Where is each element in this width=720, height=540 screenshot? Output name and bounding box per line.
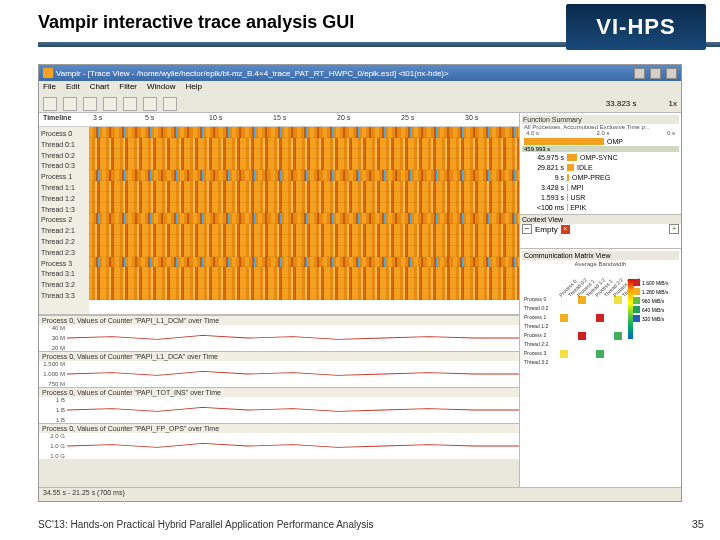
slide-page-number: 35 (692, 518, 704, 530)
matrix-cell[interactable] (596, 350, 604, 358)
tool-tree-icon[interactable] (123, 97, 137, 111)
row-label: Process 1 (39, 172, 89, 183)
timeline-track[interactable] (89, 149, 519, 160)
menu-edit[interactable]: Edit (66, 82, 80, 94)
minimize-button[interactable] (634, 68, 645, 79)
counter-plot[interactable] (67, 397, 519, 423)
row-label: Process 0 (39, 129, 89, 140)
comm-matrix-title: Communication Matrix View (522, 251, 679, 260)
matrix-ylabel: Process 2 (524, 332, 546, 338)
tool-counter-icon[interactable] (143, 97, 157, 111)
fs-name: OMP-SYNC (580, 154, 618, 161)
master-timeline[interactable]: Process 0 Thread 0:1 Thread 0:2 Thread 0… (39, 127, 519, 315)
row-label: Thread 2:1 (39, 226, 89, 237)
counter-title: Process 0, Values of Counter "PAPI_L1_DC… (39, 352, 519, 361)
timeline-track[interactable] (89, 235, 519, 246)
timeline-track[interactable] (89, 170, 519, 181)
fs-row[interactable]: 45.975 sOMP-SYNC (522, 152, 679, 162)
timeline-track[interactable] (89, 246, 519, 257)
tick: 3 s (93, 114, 102, 121)
fs-value: 1.593 s (524, 194, 564, 201)
fs-row[interactable]: 9 sOMP-PREG (522, 172, 679, 182)
fs-row[interactable]: 1.593 sUSR (522, 192, 679, 202)
tool-timeline-icon[interactable] (63, 97, 77, 111)
counter-title: Process 0, Values of Counter "PAPI_L1_DC… (39, 316, 519, 325)
timeline-track[interactable] (89, 138, 519, 149)
menu-bar: File Edit Chart Filter Window Help (39, 81, 681, 95)
maximize-button[interactable] (650, 68, 661, 79)
menu-help[interactable]: Help (185, 82, 201, 94)
legend-swatch (633, 306, 640, 313)
matrix-cell[interactable] (560, 350, 568, 358)
timeline-body[interactable] (89, 127, 519, 314)
matrix-ylabel: Process 1 (524, 314, 546, 320)
timeline-track[interactable] (89, 278, 519, 289)
menu-file[interactable]: File (43, 82, 56, 94)
row-label: Thread 2:3 (39, 248, 89, 259)
fs-tick: 2.0 s (596, 130, 609, 136)
timeline-track[interactable] (89, 127, 519, 138)
tool-summary-icon[interactable] (83, 97, 97, 111)
menu-window[interactable]: Window (147, 82, 175, 94)
row-label: Thread 3:3 (39, 291, 89, 302)
counter-panel: Process 0, Values of Counter "PAPI_TOT_I… (39, 387, 519, 423)
matrix-ylabel: Thread 0:2 (524, 305, 548, 311)
matrix-cell[interactable] (560, 314, 568, 322)
legend-value: 960 MiB/s (642, 298, 664, 304)
context-add-button[interactable]: + (669, 224, 679, 234)
matrix-ylabel: Thread 3:2 (524, 359, 548, 365)
matrix-cell[interactable] (578, 332, 586, 340)
timeline-track[interactable] (89, 159, 519, 170)
fs-row[interactable]: 29.821 sIDLE (522, 162, 679, 172)
timeline-track[interactable] (89, 267, 519, 278)
row-label: Thread 3:2 (39, 280, 89, 291)
tick: 15 s (273, 114, 286, 121)
close-button[interactable] (666, 68, 677, 79)
fs-name: IDLE (577, 164, 593, 171)
matrix-cell[interactable] (596, 314, 604, 322)
counter-ylabel: 30 M (39, 335, 65, 341)
context-remove-button[interactable]: − (522, 224, 532, 234)
tool-matrix-icon[interactable] (103, 97, 117, 111)
timeline-track[interactable] (89, 289, 519, 300)
fs-row[interactable]: OMP (522, 136, 679, 146)
timeline-track[interactable] (89, 224, 519, 235)
counter-title: Process 0, Values of Counter "PAPI_TOT_I… (39, 388, 519, 397)
menu-filter[interactable]: Filter (119, 82, 137, 94)
timeline-track[interactable] (89, 257, 519, 268)
row-label: Process 2 (39, 215, 89, 226)
matrix-cell[interactable] (614, 332, 622, 340)
fs-row[interactable]: 3.428 sMPI (522, 182, 679, 192)
row-label: Process 3 (39, 259, 89, 270)
timeline-track[interactable] (89, 192, 519, 203)
menu-chart[interactable]: Chart (90, 82, 110, 94)
counter-plot[interactable] (67, 433, 519, 459)
context-close-icon[interactable]: × (561, 225, 570, 234)
fs-value: <100 ms (524, 204, 564, 211)
tool-open-icon[interactable] (43, 97, 57, 111)
toolbar: 33.823 s 1x (39, 95, 681, 113)
slide-footer: SC'13: Hands-on Practical Hybrid Paralle… (38, 519, 373, 530)
timeline-row-labels: Process 0 Thread 0:1 Thread 0:2 Thread 0… (39, 127, 89, 314)
fs-name: OMP (607, 138, 623, 145)
fs-tick: 4.0 s (526, 130, 539, 136)
counter-plot[interactable] (67, 325, 519, 351)
timeline-track[interactable] (89, 213, 519, 224)
row-label: Thread 2:2 (39, 237, 89, 248)
vampir-window: Vampir - [Trace View - /home/wylie/hecto… (38, 64, 682, 502)
function-summary-panel: Function Summary All Processes, Accumula… (520, 113, 681, 215)
counter-ylabel: 1 B (39, 407, 65, 413)
timeline-track[interactable] (89, 203, 519, 214)
counter-plot[interactable] (67, 361, 519, 387)
timeline-track[interactable] (89, 181, 519, 192)
fs-tick: 0 s (667, 130, 675, 136)
fs-row[interactable]: <100 msEPIK (522, 202, 679, 212)
window-titlebar[interactable]: Vampir - [Trace View - /home/wylie/hecto… (39, 65, 681, 81)
time-ruler[interactable]: Timeline 3 s 5 s 10 s 15 s 20 s 25 s 30 … (39, 113, 519, 127)
row-label: Thread 0:1 (39, 140, 89, 151)
vihps-logo: VI-HPS (566, 4, 706, 50)
window-title: Vampir - [Trace View - /home/wylie/hecto… (56, 69, 629, 78)
matrix-ylabel: Process 3 (524, 350, 546, 356)
row-label: Thread 0:3 (39, 161, 89, 172)
tool-zoom-icon[interactable] (163, 97, 177, 111)
